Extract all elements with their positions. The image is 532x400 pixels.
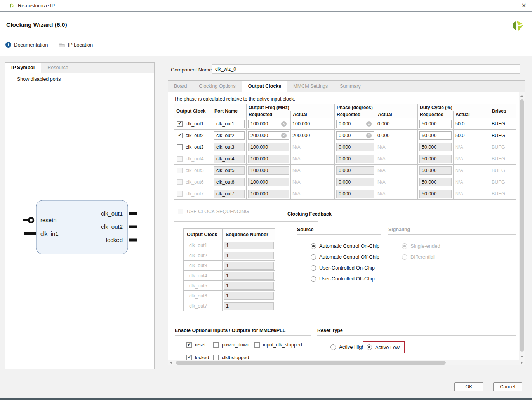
clock-name: clk_out3 [186, 144, 204, 150]
radio-active-low[interactable] [367, 344, 372, 350]
clock-enable-checkbox[interactable] [177, 133, 183, 138]
col-requested: Requested [247, 111, 291, 118]
documentation-link[interactable]: i Documentation [5, 42, 48, 48]
phase-requested-input: 0.000 [336, 166, 374, 175]
freq-requested-input: 100.000 [248, 178, 289, 186]
radio-icon [402, 254, 407, 260]
clear-icon[interactable]: ✕ [281, 121, 287, 127]
port-label-clk-in1: clk_in1 [40, 230, 59, 237]
cancel-button[interactable]: Cancel [493, 382, 522, 391]
port-name-input: clk_out6 [214, 178, 245, 186]
freq-requested-input[interactable]: 100.000✕ [248, 120, 289, 128]
use-clock-sequencing-checkbox: USE CLOCK SEQUENCING [178, 209, 249, 214]
table-row: clk_out2 clk_out2 200.000✕ 200.000 0.000… [174, 130, 516, 141]
settings-tabbar: Board Clocking Options Output Clocks MMC… [168, 81, 525, 92]
phase-note: The phase is calculated relative to the … [174, 96, 295, 102]
tab-mmcm-settings[interactable]: MMCM Settings [287, 81, 334, 92]
folder-icon [59, 42, 65, 47]
checkbox-input-clk-stopped[interactable]: input_clk_stopped [254, 342, 302, 348]
radio-active-high[interactable]: Active High [330, 344, 365, 350]
radio-user-controlled-on-chip[interactable]: User-Controlled On-Chip [311, 265, 375, 271]
checkbox-clkfbstopped[interactable]: clkfbstopped [213, 355, 249, 360]
show-disabled-ports-label: Show disabled ports [17, 77, 61, 82]
divider [287, 219, 516, 219]
ok-button[interactable]: OK [454, 382, 483, 391]
sequence-number-input: 1 [224, 282, 274, 290]
tab-resource[interactable]: Resource [41, 63, 75, 73]
table-row: clk_out31 [184, 261, 275, 271]
tab-ip-symbol[interactable]: IP Symbol [5, 63, 41, 73]
duty-requested-input[interactable]: 50.000 [419, 120, 452, 128]
scroll-right-icon[interactable] [521, 361, 523, 364]
clock-name: clk_out2 [184, 250, 223, 261]
divider [317, 335, 516, 336]
freq-requested-input[interactable]: 200.000✕ [248, 131, 289, 140]
clear-icon[interactable]: ✕ [366, 121, 372, 127]
left-tabbar: IP Symbol Resource [5, 63, 154, 73]
radio-user-controlled-off-chip[interactable]: User-Controlled Off-Chip [311, 276, 375, 282]
output-clocks-table: Output Clock Port Name Output Freq (MHz)… [174, 104, 516, 200]
freq-actual-value: N/A [291, 188, 335, 200]
phase-requested-input[interactable]: 0.000✕ [336, 120, 374, 128]
table-row: clk_out7 clk_out7 100.000 N/A 0.000 N/A … [174, 188, 516, 200]
tab-summary[interactable]: Summary [334, 81, 367, 92]
clock-name: clk_out4 [186, 156, 204, 162]
freq-actual-value: 100.000 [291, 118, 335, 130]
freq-actual-value: 200.000 [291, 130, 335, 141]
radio-icon [311, 254, 316, 260]
ip-location-link[interactable]: IP Location [59, 42, 93, 48]
table-row: clk_out3 clk_out3 100.000 N/A 0.000 N/A … [174, 141, 516, 153]
port-name-input[interactable]: clk_out1 [214, 120, 245, 128]
freq-requested-input: 100.000 [248, 190, 289, 198]
col-requested: Requested [335, 111, 376, 118]
duty-actual-value: N/A [454, 141, 490, 153]
table-row: clk_out5 clk_out5 100.000 N/A 0.000 N/A … [174, 165, 516, 176]
close-icon[interactable]: ✕ [522, 2, 527, 9]
clock-name: clk_out1 [184, 240, 223, 250]
checkbox-icon [213, 342, 219, 348]
col-requested: Requested [418, 111, 454, 118]
checkbox-power-down[interactable]: power_down [213, 342, 249, 348]
checkbox-icon [186, 355, 192, 360]
tab-output-clocks[interactable]: Output Clocks [242, 81, 287, 92]
duty-requested-input[interactable]: 50.000 [419, 131, 452, 140]
table-row: clk_out11 [184, 240, 275, 250]
phase-actual-value: N/A [376, 188, 418, 200]
settings-tab-panel: Board Clocking Options Output Clocks MMC… [168, 80, 525, 365]
clock-name: clk_out6 [186, 179, 204, 185]
tab-board[interactable]: Board [168, 81, 193, 92]
phase-actual-value: N/A [376, 141, 418, 153]
component-name-input[interactable]: clk_wiz_0 [212, 64, 520, 74]
checkbox-reset[interactable]: reset [186, 342, 206, 348]
horizontal-scroll-thumb[interactable] [176, 361, 446, 365]
clock-enable-checkbox[interactable] [177, 121, 183, 127]
drives-value: BUFG [490, 153, 516, 165]
sequence-table: Output Clock Sequence Number clk_out11 c… [183, 228, 275, 311]
radio-single-ended: Single-ended [402, 243, 440, 249]
ip-symbol-diagram: resetn clk_in1 clk_out1 clk_out2 locked [21, 195, 142, 260]
clock-enable-checkbox [177, 156, 183, 162]
sequence-number-input: 1 [224, 262, 274, 270]
vertical-scroll-thumb[interactable] [520, 99, 524, 352]
sequence-number-input: 1 [224, 252, 274, 259]
clear-icon[interactable]: ✕ [366, 133, 372, 138]
horizontal-scrollbar[interactable] [168, 360, 525, 365]
clock-enable-checkbox[interactable] [177, 144, 183, 150]
scroll-down-icon[interactable] [520, 356, 523, 358]
tab-clocking-options[interactable]: Clocking Options [193, 81, 242, 92]
scroll-up-icon[interactable] [520, 95, 523, 97]
port-label-locked: locked [106, 237, 123, 243]
radio-automatic-control-on-chip[interactable]: Automatic Control On-Chip [311, 243, 379, 249]
divider [175, 335, 311, 336]
col-actual: Actual [376, 111, 418, 118]
clear-icon[interactable]: ✕ [281, 133, 287, 138]
scroll-left-icon[interactable] [170, 361, 172, 364]
show-disabled-ports-checkbox[interactable] [9, 77, 14, 82]
phase-requested-input: 0.000 [336, 143, 374, 151]
radio-automatic-control-off-chip[interactable]: Automatic Control Off-Chip [311, 254, 379, 260]
vertical-scrollbar[interactable] [519, 92, 525, 360]
freq-requested-input: 100.000 [248, 166, 289, 175]
port-name-input[interactable]: clk_out2 [214, 131, 245, 140]
checkbox-locked[interactable]: locked [186, 355, 209, 360]
phase-requested-input[interactable]: 0.000✕ [336, 131, 374, 140]
